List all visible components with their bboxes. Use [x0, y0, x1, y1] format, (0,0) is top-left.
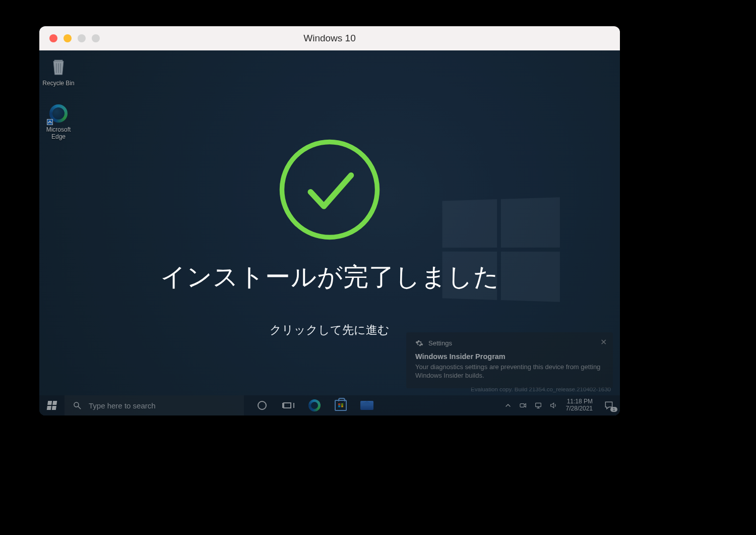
- overlay-subtitle: クリックして先に進む: [270, 322, 390, 338]
- guest-desktop: Recycle Bin Microsoft Edge . Evaluation …: [39, 50, 620, 415]
- overlay-title: インストールが完了しました: [160, 260, 499, 294]
- install-complete-overlay[interactable]: インストールが完了しました クリックして先に進む: [39, 50, 620, 415]
- svg-point-10: [282, 142, 377, 237]
- traffic-lights: [49, 34, 100, 42]
- mac-titlebar[interactable]: Windows 10: [39, 26, 620, 50]
- checkmark-circle-icon: [277, 137, 382, 242]
- zoom-window-button[interactable]: [78, 34, 86, 42]
- window-title: Windows 10: [39, 33, 620, 44]
- close-window-button[interactable]: [49, 34, 57, 42]
- minimize-window-button[interactable]: [64, 34, 72, 42]
- vm-window: Windows 10 Recycle Bin Microsoft Edge: [39, 26, 620, 415]
- extra-window-button[interactable]: [92, 34, 100, 42]
